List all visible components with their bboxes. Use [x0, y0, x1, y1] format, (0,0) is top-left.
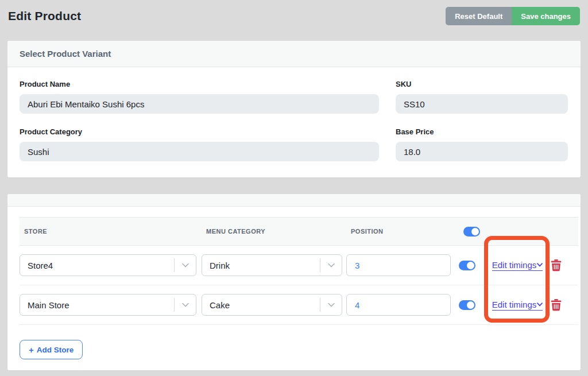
delete-cell	[549, 299, 578, 311]
menu-category-select[interactable]: Drink	[202, 254, 342, 276]
chevron-down-icon	[537, 263, 543, 267]
chevron-down-icon	[320, 303, 342, 307]
store-select[interactable]: Main Store	[20, 294, 196, 316]
store-cell: Main Store	[20, 294, 202, 316]
sku-input[interactable]	[396, 94, 568, 114]
chevron-down-icon	[537, 303, 543, 307]
store-select-value: Main Store	[28, 300, 69, 310]
menu-category-select[interactable]: Cake	[202, 294, 342, 316]
edit-product-page: Edit Product Reset Default Save changes …	[0, 0, 588, 376]
delete-store-button[interactable]	[551, 299, 562, 311]
add-store-button[interactable]: + Add Store	[20, 340, 83, 359]
base-price-field-group: Base Price	[396, 127, 568, 161]
stores-table-header: STORE MENU CATEGORY POSITION	[20, 217, 578, 246]
variant-card-title: Select Product Variant	[7, 41, 581, 67]
trash-icon	[551, 259, 562, 272]
edit-timings-cell: Edit timings	[486, 300, 549, 311]
plus-icon: +	[29, 345, 34, 355]
reset-default-button[interactable]: Reset Default	[446, 7, 512, 25]
delete-store-button[interactable]	[551, 259, 562, 272]
product-name-label: Product Name	[20, 80, 379, 88]
base-price-label: Base Price	[396, 127, 568, 136]
chevron-down-icon	[175, 263, 196, 268]
sku-label: SKU	[396, 80, 568, 88]
stores-card: STORE MENU CATEGORY POSITION Store4	[7, 193, 581, 371]
position-cell	[346, 254, 459, 276]
variant-card-body: Product Name SKU Product Category Base P…	[7, 67, 581, 177]
delete-cell	[549, 259, 578, 272]
edit-timings-link[interactable]: Edit timings	[492, 300, 543, 311]
sku-field-group: SKU	[396, 80, 568, 114]
select-product-variant-card: Select Product Variant Product Name SKU …	[7, 40, 581, 178]
stores-card-header	[7, 194, 581, 207]
add-store-label: Add Store	[37, 346, 74, 354]
menu-category-cell: Cake	[202, 294, 346, 316]
availability-cell	[459, 261, 486, 270]
product-category-field-group: Product Category	[20, 127, 379, 161]
column-header-store: STORE	[20, 228, 202, 235]
product-category-label: Product Category	[20, 127, 379, 136]
position-input[interactable]	[346, 254, 451, 276]
header-actions: Reset Default Save changes	[446, 7, 580, 25]
chevron-down-icon	[320, 263, 342, 268]
toggle-knob	[467, 262, 474, 269]
trash-icon	[551, 299, 562, 311]
save-changes-button[interactable]: Save changes	[512, 7, 580, 25]
store-row: Main Store Cake	[20, 285, 578, 325]
availability-toggle[interactable]	[459, 261, 475, 270]
field-row: Product Category Base Price	[20, 127, 568, 161]
product-name-input[interactable]	[20, 94, 379, 114]
edit-timings-cell: Edit timings	[486, 260, 549, 271]
position-cell	[346, 294, 459, 316]
toggle-knob	[467, 301, 474, 309]
position-input[interactable]	[346, 294, 451, 316]
menu-category-select-value: Cake	[210, 300, 230, 310]
master-toggle-cell	[459, 227, 486, 237]
store-select[interactable]: Store4	[20, 254, 196, 276]
page-title: Edit Product	[8, 9, 81, 23]
toggle-knob	[471, 228, 479, 235]
edit-timings-label: Edit timings	[492, 300, 537, 309]
product-name-field-group: Product Name	[20, 80, 379, 114]
base-price-input[interactable]	[396, 142, 568, 161]
column-header-position: POSITION	[346, 228, 459, 235]
edit-timings-label: Edit timings	[492, 260, 537, 270]
master-availability-toggle[interactable]	[463, 227, 480, 237]
topbar: Edit Product Reset Default Save changes	[0, 0, 588, 32]
store-row: Store4 Drink	[20, 246, 578, 285]
field-row: Product Name SKU	[20, 80, 568, 114]
column-header-menu-category: MENU CATEGORY	[202, 228, 346, 235]
edit-timings-link[interactable]: Edit timings	[492, 260, 543, 271]
menu-category-select-value: Drink	[210, 261, 230, 270]
store-select-value: Store4	[28, 261, 53, 270]
menu-category-cell: Drink	[202, 254, 346, 276]
product-category-input[interactable]	[20, 142, 379, 161]
availability-cell	[459, 300, 486, 310]
chevron-down-icon	[175, 303, 196, 307]
store-cell: Store4	[20, 254, 202, 276]
stores-card-body: STORE MENU CATEGORY POSITION Store4	[7, 207, 581, 370]
availability-toggle[interactable]	[459, 300, 475, 310]
